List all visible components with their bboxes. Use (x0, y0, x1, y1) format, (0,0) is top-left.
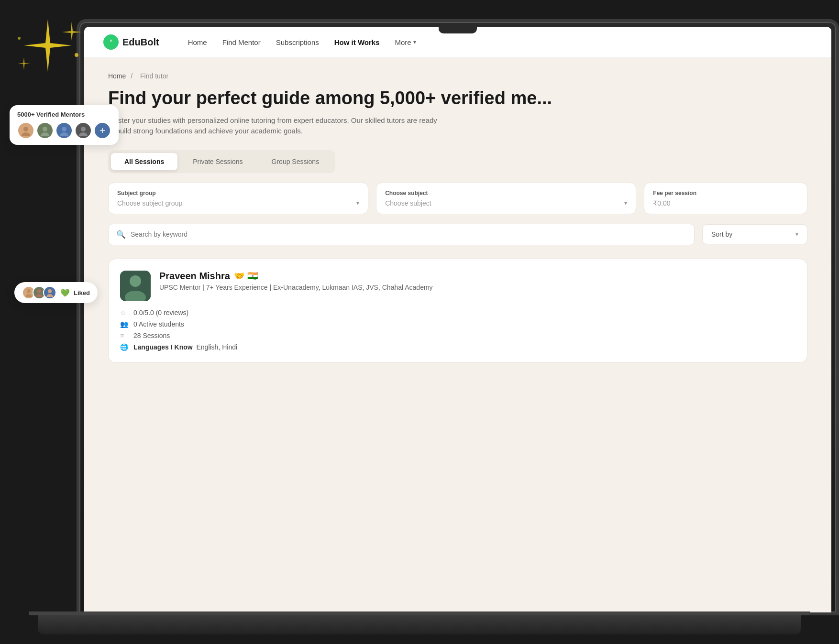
svg-point-12 (37, 289, 41, 293)
nav-subscriptions[interactable]: Subscriptions (276, 38, 319, 46)
filter-row: Subject group Choose subject group ▾ Cho… (108, 183, 807, 214)
svg-point-2 (23, 127, 28, 131)
tutor-name-row: Praveen Mishra 🤝 🇮🇳 (159, 271, 795, 282)
svg-point-10 (27, 289, 31, 293)
subject-placeholder: Choose subject (385, 199, 431, 207)
nav-find-mentor[interactable]: Find Mentor (222, 38, 261, 46)
rating-text: 0.0/5.0 (0 reviews) (133, 309, 188, 317)
verified-avatars-row: + (17, 122, 111, 139)
liked-avatar-3 (43, 286, 56, 299)
tutor-avatar (120, 271, 151, 301)
sessions-text: 28 Sessions (133, 332, 170, 339)
laptop-base (38, 615, 801, 634)
search-row: 🔍 Sort by ▾ (108, 224, 807, 245)
rating-row: ☆ 0.0/5.0 (0 reviews) (120, 309, 795, 317)
sort-chevron-icon: ▾ (795, 231, 798, 238)
tutor-card: Praveen Mishra 🤝 🇮🇳 UPSC Mentor | 7+ Yea… (108, 259, 807, 363)
languages-text: Languages I Know English, Hindi (133, 343, 237, 351)
svg-point-7 (60, 132, 68, 136)
sessions-icon: ≡ (120, 332, 130, 339)
subject-group-filter[interactable]: Subject group Choose subject group ▾ (108, 183, 368, 214)
laptop-shell: EduBolt Home Find Mentor Subscriptions H… (77, 19, 839, 615)
heart-icon: 💚 (60, 288, 70, 297)
fee-placeholder: ₹0.00 (653, 199, 670, 207)
hero-title: Find your perfect guide among 5,000+ ver… (108, 87, 807, 109)
subject-group-placeholder: Choose subject group (117, 199, 182, 207)
subject-group-label: Subject group (117, 190, 359, 196)
fee-value-row: ₹0.00 (653, 199, 798, 207)
tutor-stats: ☆ 0.0/5.0 (0 reviews) 👥 0 Active student… (120, 309, 795, 351)
subject-label: Choose subject (385, 190, 627, 196)
svg-point-18 (130, 275, 141, 287)
svg-point-6 (62, 127, 66, 131)
svg-point-8 (81, 127, 86, 131)
svg-point-1 (18, 37, 21, 40)
subject-filter[interactable]: Choose subject Choose subject ▾ (376, 183, 636, 214)
nav-more-label: More (395, 38, 411, 46)
verified-badge-icon: 🤝 (234, 271, 244, 281)
tutor-info: Praveen Mishra 🤝 🇮🇳 UPSC Mentor | 7+ Yea… (159, 271, 795, 291)
nav-home[interactable]: Home (188, 38, 207, 46)
svg-point-13 (36, 294, 43, 297)
avatar-3 (55, 122, 73, 139)
avatar-4 (75, 122, 92, 139)
laptop-screen: EduBolt Home Find Mentor Subscriptions H… (84, 27, 831, 612)
fee-label: Fee per session (653, 190, 798, 196)
session-tabs: All Sessions Private Sessions Group Sess… (108, 150, 335, 173)
tutor-name: Praveen Mishra (159, 271, 230, 282)
tab-group-sessions[interactable]: Group Sessions (258, 153, 333, 170)
students-icon: 👥 (120, 320, 130, 328)
svg-point-16 (107, 38, 115, 46)
nav-more[interactable]: More ▾ (395, 38, 416, 46)
search-input-wrap[interactable]: 🔍 (108, 224, 695, 245)
tutor-badges: 🤝 🇮🇳 (234, 271, 258, 281)
svg-point-3 (22, 132, 30, 136)
verified-badge-title: 5000+ Verified Mentors (17, 111, 111, 118)
liked-avatars (22, 286, 56, 299)
subject-value-row: Choose subject ▾ (385, 199, 627, 207)
sessions-row: ≡ 28 Sessions (120, 332, 795, 339)
tutor-header: Praveen Mishra 🤝 🇮🇳 UPSC Mentor | 7+ Yea… (120, 271, 795, 301)
nav-how-it-works[interactable]: How it Works (334, 38, 380, 46)
logo-text: EduBolt (122, 37, 159, 48)
sort-dropdown[interactable]: Sort by ▾ (702, 224, 807, 244)
languages-icon: 🌐 (120, 343, 130, 351)
laptop-hinge (29, 611, 810, 615)
fee-filter[interactable]: Fee per session ₹0.00 (644, 183, 807, 214)
breadcrumb: Home / Find tutor (108, 72, 807, 80)
search-input[interactable] (131, 230, 686, 238)
chevron-down-icon: ▾ (413, 39, 416, 45)
camera-notch (439, 27, 477, 33)
logo[interactable]: EduBolt (103, 34, 159, 50)
breadcrumb-home[interactable]: Home (108, 72, 126, 80)
subject-group-value-row: Choose subject group ▾ (117, 199, 359, 207)
svg-point-4 (43, 127, 47, 131)
students-row: 👥 0 Active students (120, 320, 795, 328)
avatar-plus: + (94, 122, 111, 139)
languages-row: 🌐 Languages I Know English, Hindi (120, 343, 795, 351)
svg-point-15 (46, 294, 53, 297)
flag-icon: 🇮🇳 (247, 271, 258, 281)
svg-point-14 (48, 289, 52, 293)
svg-point-5 (41, 132, 49, 136)
svg-point-11 (25, 294, 32, 297)
tutor-description: UPSC Mentor | 7+ Years Experience | Ex-U… (159, 284, 795, 291)
avatar-2 (36, 122, 54, 139)
verified-mentors-badge: 5000+ Verified Mentors + (10, 105, 119, 145)
tab-private-sessions[interactable]: Private Sessions (179, 153, 256, 170)
liked-badge: 💚 Liked (14, 282, 98, 303)
svg-point-0 (75, 53, 78, 57)
avatar-1 (17, 122, 34, 139)
logo-icon (103, 34, 119, 50)
subject-chevron-icon: ▾ (624, 200, 627, 207)
breadcrumb-current: Find tutor (140, 72, 168, 80)
students-text: 0 Active students (133, 320, 184, 328)
breadcrumb-separator: / (131, 72, 132, 80)
svg-point-9 (79, 132, 88, 136)
sparkles-decoration (14, 14, 81, 81)
languages-value: English, Hindi (196, 343, 237, 351)
tab-all-sessions[interactable]: All Sessions (111, 153, 177, 170)
subject-group-chevron-icon: ▾ (356, 200, 359, 207)
main-content: Home / Find tutor Find your perfect guid… (84, 58, 831, 612)
star-icon: ☆ (120, 309, 130, 317)
